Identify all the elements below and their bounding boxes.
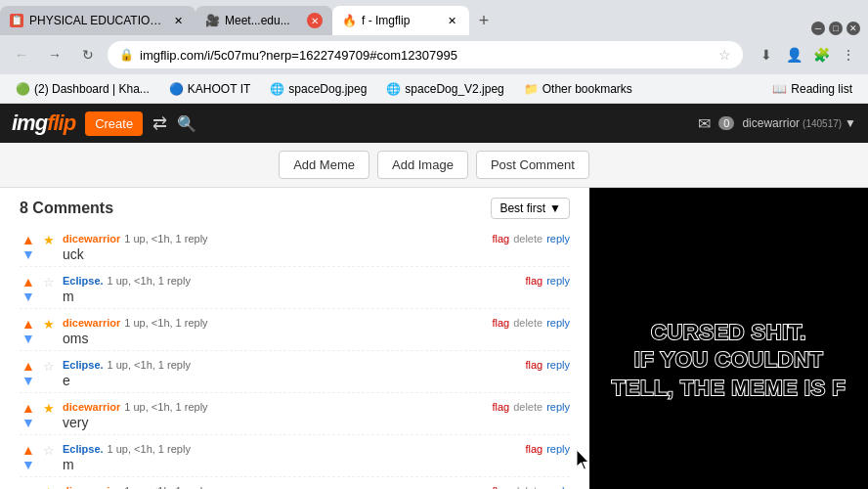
- username-button[interactable]: dicewarrior (140517) ▼: [742, 116, 856, 130]
- add-meme-button[interactable]: Add Meme: [279, 151, 369, 179]
- vote-col-1: ▲ ▼: [20, 233, 37, 261]
- flag-link-4[interactable]: flag: [525, 359, 542, 371]
- comments-section: 8 Comments Best first ▼ ▲ ▼ ★ di: [0, 188, 589, 489]
- vote-up-2[interactable]: ▲: [22, 275, 35, 289]
- comment-info-3: 1 up, <1h, 1 reply: [124, 317, 207, 329]
- shuffle-icon[interactable]: ⇄: [152, 112, 167, 134]
- vote-col-6: ▲ ▼: [20, 443, 37, 471]
- star-icon-7[interactable]: ★: [43, 485, 55, 489]
- delete-link-7[interactable]: delete: [513, 485, 542, 489]
- create-button[interactable]: Create: [85, 111, 143, 136]
- imgflip-logo[interactable]: imgflip: [12, 111, 75, 136]
- comment-meta-2: Eclipse. 1 up, <1h, 1 reply flag reply: [63, 275, 570, 287]
- comment-actions-3: flag delete reply: [492, 317, 570, 329]
- account-icon[interactable]: 👤: [782, 43, 805, 67]
- tab-close-3[interactable]: ✕: [444, 13, 459, 28]
- delete-link-3[interactable]: delete: [513, 317, 542, 329]
- star-icon-6[interactable]: ☆: [43, 443, 55, 458]
- vote-down-2[interactable]: ▼: [22, 289, 35, 303]
- star-icon-3[interactable]: ★: [43, 317, 55, 332]
- post-comment-button[interactable]: Post Comment: [476, 151, 589, 179]
- tab-physical-education[interactable]: 📋 PHYSICAL EDUCATION... ✕: [0, 6, 195, 35]
- comment-user-3[interactable]: dicewarrior: [63, 317, 120, 329]
- vote-down-1[interactable]: ▼: [22, 247, 35, 261]
- url-bar[interactable]: 🔒 imgflip.com/i/5c07mu?nerp=1622749709#c…: [108, 41, 743, 68]
- star-icon-2[interactable]: ☆: [43, 275, 55, 289]
- tab-close-1[interactable]: ✕: [170, 13, 186, 28]
- vote-up-3[interactable]: ▲: [22, 317, 35, 331]
- other-bookmarks-folder[interactable]: 📁 Other bookmarks: [516, 79, 640, 99]
- flag-link-7[interactable]: flag: [492, 485, 509, 489]
- notification-count[interactable]: 0: [718, 116, 734, 130]
- bookmark-kahoot[interactable]: 🔵 KAHOOT IT: [161, 79, 258, 99]
- comment-user-5[interactable]: dicewarrior: [63, 401, 120, 413]
- vote-down-5[interactable]: ▼: [22, 416, 35, 429]
- tab-label-2: Meet...edu...: [225, 14, 301, 27]
- reply-link-4[interactable]: reply: [546, 359, 570, 371]
- sort-button[interactable]: Best first ▼: [491, 198, 570, 219]
- menu-icon[interactable]: ⋮: [837, 43, 860, 67]
- vote-up-5[interactable]: ▲: [22, 401, 35, 415]
- delete-link-5[interactable]: delete: [513, 401, 542, 413]
- minimize-button[interactable]: ─: [811, 22, 825, 35]
- comment-user-1[interactable]: dicewarrior: [63, 233, 120, 244]
- comment-user-4[interactable]: Eclipse.: [63, 359, 104, 371]
- reply-link-2[interactable]: reply: [546, 275, 570, 287]
- extension-icon[interactable]: 🧩: [809, 43, 833, 67]
- bookmark-favicon-2: 🔵: [169, 82, 184, 96]
- bookmark-dashboard[interactable]: 🟢 (2) Dashboard | Kha...: [8, 79, 157, 99]
- comment-user-7[interactable]: dicewarrior: [63, 485, 120, 489]
- envelope-icon[interactable]: ✉: [698, 114, 711, 133]
- delete-link-1[interactable]: delete: [513, 233, 542, 244]
- new-tab-button[interactable]: +: [469, 6, 499, 35]
- reply-link-6[interactable]: reply: [546, 443, 570, 455]
- comment-user-2[interactable]: Eclipse.: [63, 275, 104, 287]
- reload-button[interactable]: ↻: [74, 41, 102, 68]
- comment-info-2: 1 up, <1h, 1 reply: [108, 275, 191, 287]
- tab-favicon-3: 🔥: [342, 14, 356, 27]
- reply-link-3[interactable]: reply: [546, 317, 570, 329]
- vote-down-3[interactable]: ▼: [22, 332, 35, 345]
- star-icon-5[interactable]: ★: [43, 401, 55, 416]
- header-right: ✉ 0 dicewarrior (140517) ▼: [698, 114, 856, 133]
- bookmark-spacedog[interactable]: 🌐 spaceDog.jpeg: [262, 79, 374, 99]
- forward-button[interactable]: →: [41, 41, 68, 68]
- close-button[interactable]: ✕: [846, 22, 860, 35]
- comment-text-4: e: [63, 373, 570, 388]
- back-button[interactable]: ←: [8, 41, 35, 68]
- vote-up-1[interactable]: ▲: [22, 233, 35, 246]
- reading-list-button[interactable]: 📖 Reading list: [764, 79, 860, 99]
- comment-meta-6: Eclipse. 1 up, <1h, 1 reply flag reply: [63, 443, 570, 455]
- maximize-button[interactable]: □: [829, 22, 843, 35]
- flag-link-1[interactable]: flag: [492, 233, 509, 244]
- flag-link-2[interactable]: flag: [525, 275, 542, 287]
- flag-link-6[interactable]: flag: [525, 443, 542, 455]
- download-icon[interactable]: ⬇: [755, 43, 778, 67]
- star-icon-4[interactable]: ☆: [43, 359, 55, 374]
- comment-row-7: ▲ ▼ ★ dicewarrior 1 up, <1h, 1 reply fla…: [20, 481, 570, 489]
- comment-main-5: dicewarrior 1 up, <1h, 1 reply flag dele…: [63, 401, 570, 430]
- folder-label: Other bookmarks: [542, 82, 632, 96]
- reply-link-5[interactable]: reply: [546, 401, 570, 413]
- comment-user-6[interactable]: Eclipse.: [63, 443, 104, 455]
- vote-up-4[interactable]: ▲: [22, 359, 35, 373]
- reply-link-7[interactable]: reply: [546, 485, 570, 489]
- vote-up-6[interactable]: ▲: [22, 443, 35, 457]
- tab-imgflip[interactable]: 🔥 f - Imgflip ✕: [332, 6, 469, 35]
- add-image-button[interactable]: Add Image: [377, 151, 468, 179]
- vote-col-4: ▲ ▼: [20, 359, 37, 387]
- tab-close-2[interactable]: ✕: [307, 13, 323, 28]
- flag-link-5[interactable]: flag: [492, 401, 509, 413]
- bookmark-star-icon[interactable]: ☆: [718, 47, 731, 63]
- bookmark-spacedog-v2[interactable]: 🌐 spaceDog_V2.jpeg: [378, 79, 511, 99]
- tab-meet[interactable]: 🎥 Meet...edu... ✕: [195, 6, 332, 35]
- search-icon[interactable]: 🔍: [177, 114, 196, 133]
- flag-link-3[interactable]: flag: [492, 317, 509, 329]
- vote-down-6[interactable]: ▼: [22, 458, 35, 471]
- vote-up-7[interactable]: ▲: [22, 485, 35, 489]
- url-text[interactable]: imgflip.com/i/5c07mu?nerp=1622749709#com…: [140, 48, 713, 63]
- vote-down-4[interactable]: ▼: [22, 374, 35, 387]
- comment-row-6: ▲ ▼ ☆ Eclipse. 1 up, <1h, 1 reply flag r…: [20, 439, 570, 477]
- reply-link-1[interactable]: reply: [546, 233, 570, 244]
- star-icon-1[interactable]: ★: [43, 233, 55, 247]
